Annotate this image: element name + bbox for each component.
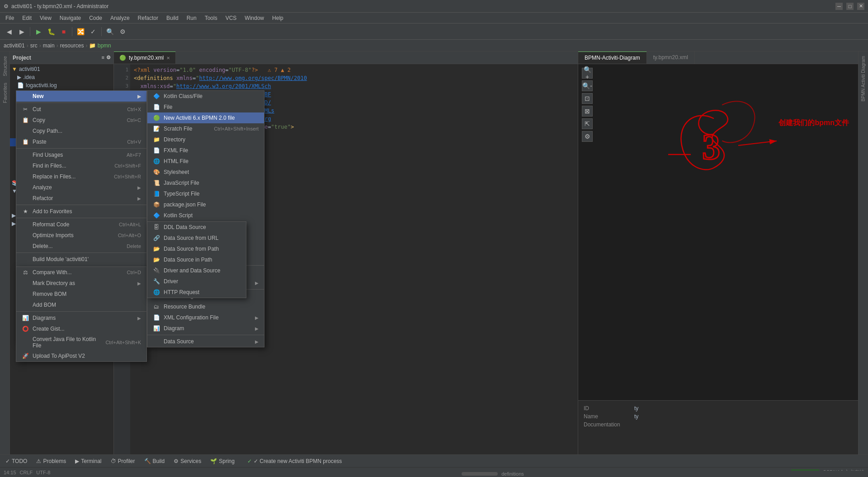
context-menu-overlay[interactable]: New ▶ ✂ Cut Ctrl+X 📋 Copy Ctrl+C Copy Pa… (0, 0, 868, 477)
ctx-sep-2 (16, 148, 146, 149)
diagrams-icon: 📊 (22, 314, 29, 322)
ctx-copy[interactable]: 📋 Copy Ctrl+C (16, 115, 146, 126)
compare-icon: ⚖ (22, 269, 29, 276)
ddl-source[interactable]: 🗄 DDL Data Source (147, 222, 246, 233)
driver-only[interactable]: 🔧 Driver (147, 276, 246, 287)
new-data-source-parent[interactable]: Data Source ▶ (147, 336, 264, 347)
favorites-icon: ★ (22, 208, 29, 215)
ctx-find-files[interactable]: Find in Files... Ctrl+Shift+F (16, 160, 146, 171)
new-file-label: File (164, 104, 259, 110)
ctx-create-gist[interactable]: ⭕ Create Gist... (16, 323, 146, 334)
reformat-icon (22, 221, 29, 228)
ctx-copy-path-label: Copy Path... (33, 128, 137, 134)
new-diagram-arrow: ▶ (255, 326, 259, 331)
new-js[interactable]: 📜 JavaScript File (147, 178, 264, 188)
new-kotlin-script[interactable]: 🔷 Kotlin Script (147, 210, 264, 221)
new-package-label: package.json File (164, 201, 259, 208)
new-xml-config[interactable]: 📄 XML Configuration File ▶ (147, 312, 264, 323)
ddl-icon: 🗄 (153, 224, 160, 231)
new-activiti-bpmn[interactable]: 🟢 New Activiti 6.x BPMN 2.0 file (147, 112, 264, 123)
ctx-java-to-kotlin[interactable]: Convert Java File to Kotlin File Ctrl+Al… (16, 334, 146, 351)
driver-icon: 🔧 (153, 278, 160, 285)
path-label: Data Source from Path (164, 246, 241, 252)
new-diagram[interactable]: 📊 Diagram ▶ (147, 323, 264, 334)
new-stylesheet-label: Stylesheet (164, 169, 259, 175)
refactor-icon (22, 195, 29, 202)
ctx-cut[interactable]: ✂ Cut Ctrl+X (16, 104, 146, 115)
ctx-delete[interactable]: Delete... Delete (16, 241, 146, 252)
ctx-paste[interactable]: 📋 Paste Ctrl+V (16, 136, 146, 147)
j2k-icon (22, 339, 29, 346)
path-icon: 📂 (153, 245, 160, 253)
new-file-icon: 📄 (153, 103, 160, 111)
js-icon: 📜 (153, 179, 160, 187)
ctx-upload-apipost[interactable]: 🚀 Upload To ApiPost V2 (16, 351, 146, 361)
new-directory-label: Directory (164, 136, 259, 143)
new-scratch-file[interactable]: 📝 Scratch File Ctrl+Alt+Shift+Insert (147, 123, 264, 134)
new-xml-config-label: XML Configuration File (164, 314, 251, 321)
http-label: HTTP Request (164, 289, 241, 295)
ctx-new-label: New (33, 93, 134, 99)
ctx-sep-1 (16, 103, 146, 103)
ctx-refactor[interactable]: Refactor ▶ (16, 193, 146, 204)
new-stylesheet[interactable]: 🎨 Stylesheet (147, 167, 264, 178)
ctx-replace-label: Replace in Files... (33, 173, 110, 180)
replace-icon (22, 173, 29, 180)
ctx-remove-bom-label: Remove BOM (33, 291, 141, 297)
new-resource-bundle-label: Resource Bundle (164, 304, 259, 310)
new-activiti-label: New Activiti 6.x BPMN 2.0 file (164, 115, 259, 121)
new-directory[interactable]: 📁 Directory (147, 134, 264, 145)
driver-source-icon: 🔌 (153, 267, 160, 274)
ctx-remove-bom[interactable]: Remove BOM (16, 289, 146, 299)
ctx-replace-files[interactable]: Replace in Files... Ctrl+Shift+R (16, 171, 146, 182)
new-html[interactable]: 🌐 HTML File (147, 156, 264, 167)
scratch-file-icon: 📝 (153, 125, 160, 132)
source-in-path[interactable]: 📂 Data Source in Path (147, 254, 246, 265)
ctx-copy-path[interactable]: Copy Path... (16, 126, 146, 136)
ctx-add-favorites[interactable]: ★ Add to Favorites (16, 206, 146, 217)
css-icon: 🎨 (153, 168, 160, 176)
ctx-refactor-arrow: ▶ (137, 196, 141, 201)
new-fxml[interactable]: 📄 FXML File (147, 145, 264, 156)
diagram-icon: 📊 (153, 325, 160, 332)
ctx-delete-label: Delete... (33, 243, 123, 249)
ctx-j2k-shortcut: Ctrl+Alt+Shift+K (105, 340, 141, 345)
ctx-analyze[interactable]: Analyze ▶ (16, 182, 146, 193)
ctx-reformat[interactable]: Reformat Code Ctrl+Alt+L (16, 219, 146, 230)
build-icon (22, 256, 29, 263)
paste-icon: 📋 (22, 138, 29, 145)
ctx-add-bom[interactable]: Add BOM (16, 299, 146, 310)
ctx-reformat-shortcut: Ctrl+Alt+L (119, 222, 141, 227)
ctx-cut-label: Cut (33, 106, 123, 112)
ctx-sep-7 (16, 311, 146, 312)
ctx-compare[interactable]: ⚖ Compare With... Ctrl+D (16, 267, 146, 278)
apipost-icon: 🚀 (22, 352, 29, 360)
source-from-url[interactable]: 🔗 Data Source from URL (147, 233, 246, 243)
search-icon (22, 162, 29, 169)
ctx-mark-dir[interactable]: Mark Directory as ▶ (16, 278, 146, 289)
ctx-mark-dir-label: Mark Directory as (33, 280, 134, 286)
new-xml-config-arrow: ▶ (255, 315, 259, 320)
driver-and-source[interactable]: 🔌 Driver and Data Source (147, 265, 246, 276)
ctx-compare-shortcut: Ctrl+D (127, 270, 141, 275)
ctx-find-label: Find Usages (33, 152, 123, 158)
new-resource-bundle[interactable]: 🗂 Resource Bundle (147, 301, 264, 312)
ctx-optimize-imports[interactable]: Optimize Imports Ctrl+Alt+O (16, 230, 146, 241)
ctx-find-usages[interactable]: Find Usages Alt+F7 (16, 150, 146, 160)
new-scratch-label: Scratch File (164, 126, 210, 132)
source-from-path[interactable]: 📂 Data Source from Path (147, 243, 246, 254)
ctx-new[interactable]: New ▶ (16, 91, 146, 102)
driver-label: Driver (164, 278, 241, 285)
ctx-build-module[interactable]: Build Module 'activiti01' (16, 254, 146, 265)
in-path-icon: 📂 (153, 256, 160, 263)
ctx-sep-5 (16, 253, 146, 253)
new-ts[interactable]: 📘 TypeScript File (147, 188, 264, 199)
new-diagram-label: Diagram (164, 325, 251, 332)
http-request[interactable]: 🌐 HTTP Request (147, 287, 246, 298)
datasource-submenu: 🗄 DDL Data Source 🔗 Data Source from URL… (147, 221, 246, 298)
ctx-build-label: Build Module 'activiti01' (33, 256, 141, 262)
new-kotlin-class[interactable]: 🔷 Kotlin Class/File (147, 91, 264, 102)
ctx-diagrams[interactable]: 📊 Diagrams ▶ (16, 313, 146, 323)
new-file[interactable]: 📄 File (147, 102, 264, 112)
new-package-json[interactable]: 📦 package.json File (147, 199, 264, 210)
